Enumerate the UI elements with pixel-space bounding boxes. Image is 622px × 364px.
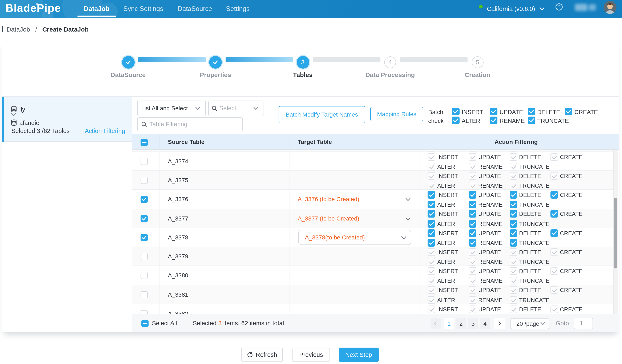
svg-text:?: ? xyxy=(558,4,560,9)
